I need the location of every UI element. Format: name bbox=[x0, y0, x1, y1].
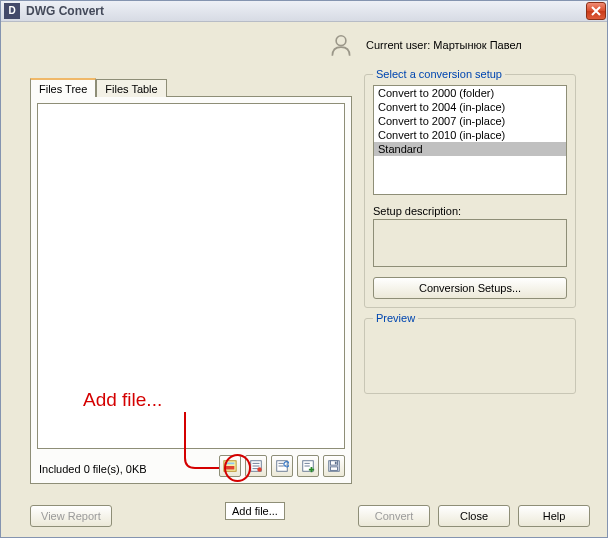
save-button[interactable] bbox=[323, 455, 345, 477]
svg-point-8 bbox=[257, 467, 261, 471]
conversion-setup-legend: Select a conversion setup bbox=[373, 68, 505, 80]
close-button[interactable]: Close bbox=[438, 505, 510, 527]
add-file-icon bbox=[223, 459, 237, 473]
conversion-setup-group: Select a conversion setup Convert to 200… bbox=[364, 74, 576, 308]
list-button[interactable] bbox=[245, 455, 267, 477]
app-icon: D bbox=[4, 3, 20, 19]
convert-button[interactable]: Convert bbox=[358, 505, 430, 527]
conversion-setup-item[interactable]: Convert to 2004 (in-place) bbox=[374, 100, 566, 114]
svg-rect-2 bbox=[226, 463, 235, 465]
tab-files-tree[interactable]: Files Tree bbox=[30, 78, 96, 97]
titlebar: D DWG Convert bbox=[0, 0, 608, 22]
add-list-button[interactable] bbox=[297, 455, 319, 477]
conversion-setups-button[interactable]: Conversion Setups... bbox=[373, 277, 567, 299]
conversion-setup-item[interactable]: Convert to 2007 (in-place) bbox=[374, 114, 566, 128]
files-tab-strip: Files Tree Files Table bbox=[30, 76, 352, 96]
conversion-setup-list[interactable]: Convert to 2000 (folder)Convert to 2004 … bbox=[373, 85, 567, 195]
setup-description-label: Setup description: bbox=[373, 205, 567, 217]
add-list-icon bbox=[301, 459, 315, 473]
preview-group: Preview bbox=[364, 318, 576, 394]
svg-point-0 bbox=[336, 36, 346, 46]
tab-files-table[interactable]: Files Table bbox=[96, 79, 166, 97]
setup-description-box bbox=[373, 219, 567, 267]
files-toolbar bbox=[219, 455, 345, 477]
svg-rect-3 bbox=[226, 466, 235, 470]
list-icon bbox=[249, 459, 263, 473]
user-icon bbox=[328, 32, 354, 58]
close-icon bbox=[591, 6, 601, 16]
refresh-list-icon bbox=[275, 459, 289, 473]
current-user-row: Current user: Мартынюк Павел bbox=[0, 28, 608, 62]
preview-legend: Preview bbox=[373, 312, 418, 324]
save-icon bbox=[327, 459, 341, 473]
files-pane: Add file... Included 0 file(s), 0KB bbox=[30, 96, 352, 484]
window-title: DWG Convert bbox=[26, 4, 586, 18]
help-button[interactable]: Help bbox=[518, 505, 590, 527]
current-user-label: Current user: Мартынюк Павел bbox=[366, 39, 522, 51]
refresh-list-button[interactable] bbox=[271, 455, 293, 477]
add-file-button[interactable] bbox=[219, 455, 241, 477]
files-tree-area[interactable] bbox=[37, 103, 345, 449]
svg-rect-18 bbox=[331, 467, 338, 471]
dialog-button-row: View Report Convert Close Help bbox=[30, 504, 590, 528]
view-report-button[interactable]: View Report bbox=[30, 505, 112, 527]
conversion-setup-item[interactable]: Standard bbox=[374, 142, 566, 156]
svg-rect-17 bbox=[335, 462, 337, 465]
files-status: Included 0 file(s), 0KB bbox=[39, 463, 147, 475]
conversion-setup-item[interactable]: Convert to 2010 (in-place) bbox=[374, 128, 566, 142]
close-window-button[interactable] bbox=[586, 2, 606, 20]
conversion-setup-item[interactable]: Convert to 2000 (folder) bbox=[374, 86, 566, 100]
